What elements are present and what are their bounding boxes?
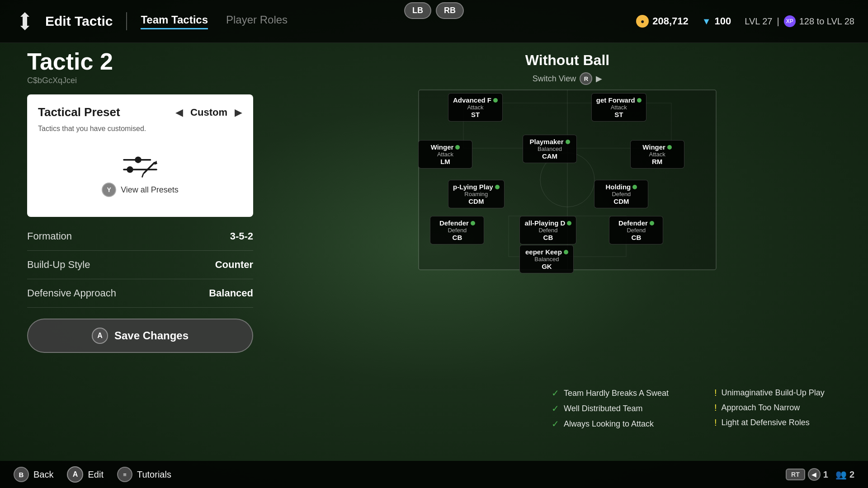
- level-display: LVL 27 | XP 128 to LVL 28: [745, 15, 854, 27]
- positive-3-text: Always Looking to Attack: [564, 419, 654, 429]
- header-title: Edit Tactic: [45, 14, 113, 29]
- player-role-text: Winger: [635, 143, 679, 151]
- player-card-cb-left[interactable]: Defender Defend CB: [430, 216, 484, 244]
- green-dot-icon: [567, 221, 571, 225]
- coins-display: ● 208,712: [636, 15, 689, 28]
- tab-player-roles[interactable]: Player Roles: [226, 14, 288, 29]
- player-card-cb-center[interactable]: all-Playing D Defend CB: [519, 216, 576, 244]
- sliders-icon: [120, 151, 160, 183]
- coins-value: 208,712: [652, 15, 689, 27]
- warning-1: ! Unimaginative Build-Up Play: [714, 388, 850, 398]
- player-pos-text: ST: [596, 111, 642, 118]
- player-stance-text: Balanced: [528, 145, 572, 152]
- switch-view-label: Switch View: [533, 74, 576, 84]
- player-stance-text: Defend: [435, 227, 479, 234]
- level-current: LVL 27: [745, 16, 772, 27]
- tab-team-tactics[interactable]: Team Tactics: [141, 14, 208, 29]
- warnings-col: ! Unimaginative Build-Up Play ! Approach…: [714, 388, 850, 429]
- lb-button[interactable]: LB: [404, 2, 431, 19]
- player-card-rm[interactable]: Winger Attack RM: [630, 140, 684, 169]
- player-stance-text: Attack: [596, 104, 642, 111]
- green-dot-icon: [650, 221, 654, 225]
- player-pos-text: CB: [614, 234, 658, 241]
- player-card-cam[interactable]: Playmaker Balanced CAM: [523, 135, 577, 163]
- settings-section: Formation 3-5-2 Build-Up Style Counter D…: [27, 222, 253, 308]
- nav-arrow-left[interactable]: ◀: [808, 468, 821, 481]
- edit-button[interactable]: A Edit: [67, 466, 103, 483]
- header-right: ● 208,712 ▼ 100 LVL 27 | XP 128 to LVL 2…: [636, 15, 854, 28]
- formation-row[interactable]: Formation 3-5-2: [27, 222, 253, 251]
- positive-2: ✓ Well Distributed Team: [552, 403, 687, 414]
- player-role-text: eeper Keep: [524, 248, 569, 256]
- tutorials-button[interactable]: ≡ Tutorials: [117, 467, 171, 482]
- green-dot-icon: [471, 221, 475, 225]
- svg-line-4: [144, 163, 155, 173]
- svg-line-6: [142, 174, 144, 177]
- player-pos-text: CB: [524, 234, 571, 241]
- player-role-text: p-Lying Play: [453, 183, 500, 191]
- xp-value: 128 to LVL 28: [799, 16, 854, 27]
- rt-control[interactable]: RT ◀ 1: [786, 468, 828, 481]
- tactic-name: Tactic 2: [27, 50, 253, 73]
- positives-col: ✓ Team Hardly Breaks A Sweat ✓ Well Dist…: [552, 388, 687, 429]
- player-stance-text: Roaming: [453, 191, 500, 197]
- warning-1-text: Unimaginative Build-Up Play: [722, 388, 825, 398]
- svg-point-3: [127, 166, 133, 173]
- buildup-value: Counter: [215, 259, 253, 271]
- player-pos-text: CB: [435, 234, 479, 241]
- edit-label: Edit: [88, 469, 103, 480]
- green-dot-icon: [566, 140, 570, 144]
- warning-icon-3: !: [714, 418, 717, 428]
- green-dot-icon: [564, 250, 568, 254]
- player-card-cb-right[interactable]: Defender Defend CB: [609, 216, 663, 244]
- player-stance-text: Balanced: [524, 256, 569, 263]
- rt-count: 1: [823, 469, 828, 480]
- warning-icon-1: !: [714, 388, 717, 398]
- preset-header: Tactical Preset ◀ Custom ▶: [38, 105, 242, 119]
- player-card-st-right[interactable]: get Forward Attack ST: [591, 93, 646, 122]
- player-pos-text: CAM: [528, 152, 572, 160]
- back-button[interactable]: B Back: [14, 467, 53, 482]
- preset-description: Tactics that you have customised.: [38, 125, 242, 133]
- player-card-gk[interactable]: eeper Keep Balanced GK: [519, 245, 574, 273]
- positive-1-text: Team Hardly Breaks A Sweat: [564, 389, 669, 398]
- save-changes-button[interactable]: A Save Changes: [27, 319, 253, 353]
- svg-point-1: [135, 157, 141, 163]
- back-label: Back: [33, 469, 53, 480]
- y-button-icon: Y: [102, 183, 116, 197]
- view-presets-button[interactable]: Y View all Presets: [102, 183, 179, 197]
- buildup-row[interactable]: Build-Up Style Counter: [27, 251, 253, 279]
- view-presets-label: View all Presets: [121, 185, 179, 195]
- defensive-row[interactable]: Defensive Approach Balanced: [27, 279, 253, 308]
- player-card-lm[interactable]: Winger Attack LM: [418, 140, 472, 169]
- positive-2-text: Well Distributed Team: [564, 404, 642, 413]
- preset-prev-button[interactable]: ◀: [175, 107, 183, 118]
- formation-value: 3-5-2: [230, 230, 253, 242]
- check-icon-2: ✓: [552, 403, 559, 414]
- player-card-cdm-left[interactable]: p-Lying Play Roaming CDM: [448, 180, 505, 208]
- player-role-text: get Forward: [596, 96, 642, 104]
- r-button-icon: R: [580, 72, 592, 85]
- switch-view[interactable]: Switch View R ▶: [267, 72, 868, 85]
- positive-3: ✓ Always Looking to Attack: [552, 418, 687, 429]
- player-stance-text: Attack: [423, 151, 467, 158]
- without-ball-title: Without Ball: [267, 43, 868, 69]
- player-pos-text: RM: [635, 158, 679, 165]
- people-count: 2: [849, 469, 854, 480]
- player-card-cdm-right[interactable]: Holding Defend CDM: [594, 180, 648, 208]
- player-role-text: Holding: [599, 183, 643, 191]
- green-dot-icon: [493, 98, 498, 103]
- preset-next-button[interactable]: ▶: [235, 107, 242, 118]
- rb-button[interactable]: RB: [436, 2, 464, 19]
- player-pos-text: LM: [423, 158, 467, 165]
- player-pos-text: ST: [453, 111, 498, 118]
- bottom-bar: B Back A Edit ≡ Tutorials RT ◀ 1 👥 2: [0, 461, 868, 488]
- people-icon: 👥: [835, 469, 847, 480]
- xp-icon: XP: [784, 15, 796, 27]
- controller-top-buttons: LB RB: [404, 2, 464, 19]
- player-role-text: all-Playing D: [524, 219, 571, 227]
- tutorials-label: Tutorials: [137, 469, 171, 480]
- player-card-st-left[interactable]: Advanced F Attack ST: [448, 93, 503, 122]
- shield-display: ▼ 100: [702, 15, 731, 27]
- formation-label: Formation: [27, 230, 72, 242]
